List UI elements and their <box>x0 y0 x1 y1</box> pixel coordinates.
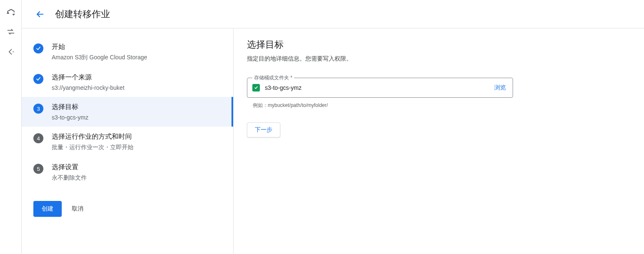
browse-button[interactable]: 浏览 <box>493 84 508 91</box>
detail-description: 指定目的地详细信息。您需要写入权限。 <box>247 55 631 63</box>
step-title: 开始 <box>52 43 147 51</box>
step-number-badge: 5 <box>33 164 43 174</box>
step-subtitle: 永不删除文件 <box>52 174 87 182</box>
step-subtitle: 批量・运行作业一次・立即开始 <box>52 144 133 151</box>
step-subtitle: Amazon S3到 Google Cloud Storage <box>52 54 147 61</box>
left-nav-rail <box>0 0 22 254</box>
field-hint: 例如：mybucket/path/to/myfolder/ <box>253 102 631 109</box>
detail-title: 选择目标 <box>247 38 631 51</box>
transfer-service-icon[interactable] <box>6 7 16 17</box>
bucket-icon <box>252 84 260 91</box>
step-source[interactable]: 选择一个来源 s3://yangmeizhi-rocky-buket <box>22 67 233 97</box>
check-icon <box>33 43 43 53</box>
next-button[interactable]: 下一步 <box>247 122 280 137</box>
page-title: 创建转移作业 <box>55 8 110 20</box>
jobs-icon[interactable] <box>6 27 16 37</box>
check-icon <box>33 74 43 84</box>
stepper-actions: 创建 取消 <box>22 188 233 217</box>
detail-panel: 选择目标 指定目的地详细信息。您需要写入权限。 存储桶或文件夹 * 浏览 例如：… <box>234 28 644 254</box>
stepper-panel: 开始 Amazon S3到 Google Cloud Storage 选择一个来… <box>22 28 234 254</box>
bucket-field[interactable]: 存储桶或文件夹 * 浏览 <box>247 78 513 98</box>
step-title: 选择运行作业的方式和时间 <box>52 132 133 141</box>
cancel-button[interactable]: 取消 <box>72 205 83 213</box>
step-subtitle: s3://yangmeizhi-rocky-buket <box>52 84 124 91</box>
step-schedule[interactable]: 4 选择运行作业的方式和时间 批量・运行作业一次・立即开始 <box>22 127 233 157</box>
agents-icon[interactable] <box>6 47 16 57</box>
step-number-badge: 3 <box>33 104 43 114</box>
step-start[interactable]: 开始 Amazon S3到 Google Cloud Storage <box>22 37 233 67</box>
step-number-badge: 4 <box>33 133 43 143</box>
field-label: 存储桶或文件夹 * <box>252 74 294 81</box>
step-subtitle: s3-to-gcs-ymz <box>52 114 88 121</box>
step-title: 选择目标 <box>52 103 88 112</box>
step-destination[interactable]: 3 选择目标 s3-to-gcs-ymz <box>22 97 233 127</box>
create-button[interactable]: 创建 <box>33 201 62 217</box>
step-title: 选择设置 <box>52 163 87 172</box>
step-title: 选择一个来源 <box>52 73 124 82</box>
bucket-input[interactable] <box>265 84 493 91</box>
back-button[interactable] <box>32 6 48 23</box>
step-settings[interactable]: 5 选择设置 永不删除文件 <box>22 157 233 188</box>
page-header: 创建转移作业 <box>22 0 644 28</box>
